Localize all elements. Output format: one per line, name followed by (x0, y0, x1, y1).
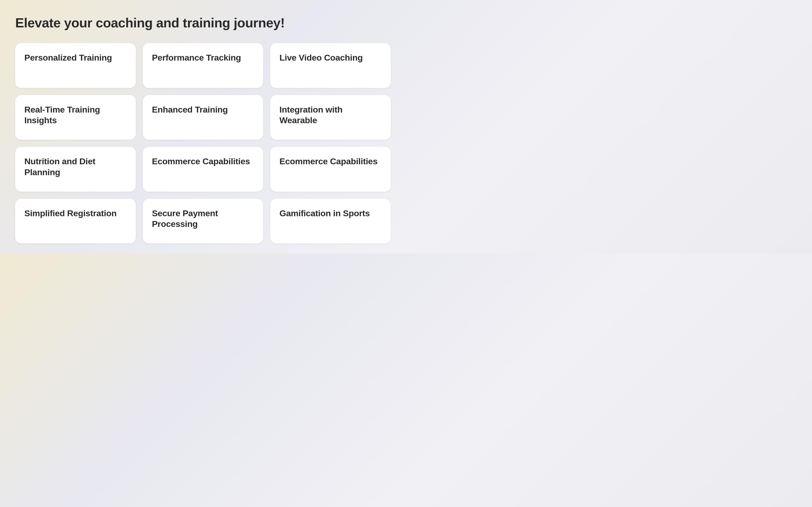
card-label-nutrition-and-diet-planning: Nutrition and Diet Planning (24, 156, 126, 177)
card-label-simplified-registration: Simplified Registration (24, 208, 116, 219)
feature-grid: Personalized TrainingPerformance Trackin… (15, 43, 391, 243)
page-title: Elevate your coaching and training journ… (15, 15, 391, 31)
card-enhanced-training[interactable]: Enhanced Training (143, 95, 263, 140)
card-label-ecommerce-capabilities-2: Ecommerce Capabilities (280, 156, 377, 167)
card-performance-tracking[interactable]: Performance Tracking (143, 43, 263, 88)
card-ecommerce-capabilities-2[interactable]: Ecommerce Capabilities (270, 147, 391, 192)
card-label-real-time-training-insights: Real-Time Training Insights (24, 104, 126, 126)
card-label-personalized-training: Personalized Training (24, 52, 112, 63)
card-simplified-registration[interactable]: Simplified Registration (15, 199, 136, 244)
card-label-gamification-in-sports: Gamification in Sports (280, 208, 370, 219)
card-label-ecommerce-capabilities-1: Ecommerce Capabilities (152, 156, 250, 167)
card-integration-with-wearable[interactable]: Integration with Wearable (270, 95, 391, 140)
card-personalized-training[interactable]: Personalized Training (15, 43, 136, 88)
page-container: Elevate your coaching and training journ… (0, 0, 406, 253)
card-gamification-in-sports[interactable]: Gamification in Sports (270, 199, 391, 244)
card-label-live-video-coaching: Live Video Coaching (280, 52, 363, 63)
card-real-time-training-insights[interactable]: Real-Time Training Insights (15, 95, 136, 140)
card-secure-payment-processing[interactable]: Secure Payment Processing (143, 199, 263, 244)
card-label-enhanced-training: Enhanced Training (152, 104, 228, 115)
card-ecommerce-capabilities-1[interactable]: Ecommerce Capabilities (143, 147, 263, 192)
card-live-video-coaching[interactable]: Live Video Coaching (270, 43, 391, 88)
card-nutrition-and-diet-planning[interactable]: Nutrition and Diet Planning (15, 147, 136, 192)
card-label-performance-tracking: Performance Tracking (152, 52, 241, 63)
card-label-integration-with-wearable: Integration with Wearable (280, 104, 382, 126)
card-label-secure-payment-processing: Secure Payment Processing (152, 208, 254, 229)
